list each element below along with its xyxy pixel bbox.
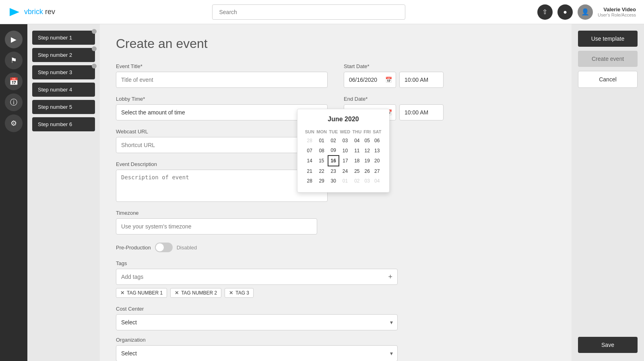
upload-button[interactable]: ⇧ — [537, 4, 553, 20]
avatar: 👤 — [578, 4, 593, 20]
cal-tue: TUE — [328, 128, 339, 136]
start-date-input[interactable] — [344, 72, 396, 88]
calendar-day[interactable]: 07 — [304, 145, 316, 156]
timezone-input[interactable] — [116, 218, 317, 234]
calendar-week-row: 14151617181920 — [304, 156, 382, 166]
cost-center-select-wrapper: Select — [116, 314, 398, 330]
step-6-button[interactable]: Step number 6 — [32, 117, 95, 131]
organization-select[interactable]: Select — [116, 345, 398, 361]
calendar-day[interactable]: 05 — [363, 136, 372, 145]
search-input[interactable] — [212, 4, 405, 20]
event-title-input[interactable] — [116, 72, 328, 88]
calendar-week-row: 07080910111213 — [304, 145, 382, 156]
calendar-day[interactable]: 12 — [363, 145, 372, 156]
step-2-dot — [92, 46, 97, 51]
user-details: Valerie Video User's Role/Access — [598, 6, 636, 17]
sidebar-item-bookmark[interactable]: ⚑ — [5, 52, 23, 69]
calendar-day[interactable]: 30 — [328, 176, 339, 186]
create-event-button[interactable]: Create event — [578, 51, 638, 67]
save-button[interactable]: Save — [578, 337, 638, 353]
tags-input-row: + — [116, 269, 398, 285]
calendar-day[interactable]: 18 — [351, 156, 363, 166]
cost-center-select[interactable]: Select — [116, 314, 398, 330]
organization-label: Organization — [116, 337, 398, 343]
start-time-input[interactable] — [399, 72, 444, 88]
calendar-day[interactable]: 19 — [363, 156, 372, 166]
calendar-day[interactable]: 14 — [304, 156, 316, 166]
sidebar-item-gear[interactable]: ⚙ — [5, 114, 23, 132]
event-desc-textarea[interactable] — [116, 170, 328, 202]
step-2-button[interactable]: Step number 2 — [32, 48, 95, 62]
user-name: Valerie Video — [598, 6, 636, 12]
search-container — [80, 4, 537, 20]
main-content: Create an event Event Title* Start Date*… — [100, 24, 572, 361]
cancel-button[interactable]: Cancel — [578, 71, 638, 88]
logo-text: vbrick rev — [24, 8, 55, 16]
calendar-day[interactable]: 04 — [351, 136, 363, 145]
lobby-time-group: Lobby Time* Select the amount of time — [116, 96, 328, 120]
calendar-day[interactable]: 16 — [328, 156, 339, 166]
tags-input[interactable] — [121, 274, 388, 280]
timezone-group: Timezone — [116, 210, 317, 234]
lobby-time-select[interactable]: Select the amount of time — [116, 104, 328, 120]
pre-production-label: Pre-Production — [116, 245, 151, 251]
cost-center-group: Cost Center Select — [116, 306, 398, 330]
calendar-day[interactable]: 28 — [304, 136, 316, 145]
calendar-day[interactable]: 21 — [304, 166, 316, 176]
sidebar-item-calendar[interactable]: 📅 — [5, 73, 23, 90]
tag-label: TAG NUMBER 1 — [127, 290, 163, 296]
calendar-day[interactable]: 01 — [339, 176, 351, 186]
calendar-day[interactable]: 28 — [304, 176, 316, 186]
calendar-day[interactable]: 04 — [372, 176, 382, 186]
step-2-label: Step number 2 — [38, 52, 72, 58]
sidebar-item-video[interactable]: ▶ — [5, 31, 23, 48]
calendar-day[interactable]: 29 — [316, 176, 328, 186]
sidebar-item-info[interactable]: ⓘ — [5, 93, 23, 111]
calendar-day[interactable]: 10 — [339, 145, 351, 156]
calendar-day[interactable]: 22 — [316, 166, 328, 176]
tags-add-button[interactable]: + — [388, 273, 392, 281]
step-1-button[interactable]: Step number 1 — [32, 31, 95, 45]
calendar-day[interactable]: 26 — [363, 166, 372, 176]
calendar-day[interactable]: 27 — [372, 166, 382, 176]
cal-sat: SAT — [372, 128, 382, 136]
layout: ▶ ⚑ 📅 ⓘ ⚙ Step number 1 Step number 2 St… — [0, 24, 644, 361]
calendar-day[interactable]: 02 — [328, 136, 339, 145]
step-3-button[interactable]: Step number 3 — [32, 65, 95, 79]
webcast-url-input[interactable] — [116, 137, 328, 153]
lobby-time-label: Lobby Time* — [116, 96, 328, 102]
calendar-day[interactable]: 23 — [328, 166, 339, 176]
calendar-day[interactable]: 01 — [316, 136, 328, 145]
calendar-day[interactable]: 02 — [351, 176, 363, 186]
calendar-day[interactable]: 08 — [316, 145, 328, 156]
calendar-day[interactable]: 11 — [351, 145, 363, 156]
topbar-right: ⇧ ● 👤 Valerie Video User's Role/Access — [537, 4, 636, 20]
page-title: Create an event — [116, 36, 555, 51]
pre-production-toggle[interactable] — [155, 243, 173, 252]
calendar-day[interactable]: 25 — [351, 166, 363, 176]
calendar-day[interactable]: 20 — [372, 156, 382, 166]
end-time-input[interactable] — [399, 104, 444, 120]
tag-remove-icon[interactable]: ✕ — [175, 290, 179, 296]
tag-remove-icon[interactable]: ✕ — [229, 290, 233, 296]
calendar-day[interactable]: 24 — [339, 166, 351, 176]
start-date-group: Start Date* 📅 — [344, 63, 555, 88]
calendar-day[interactable]: 09 — [328, 145, 339, 156]
calendar-title: June 2020 — [304, 116, 383, 123]
use-template-button[interactable]: Use template — [578, 31, 638, 47]
step-4-button[interactable]: Step number 4 — [32, 83, 95, 97]
calendar-day[interactable]: 03 — [339, 136, 351, 145]
tag-remove-icon[interactable]: ✕ — [120, 290, 124, 296]
notification-button[interactable]: ● — [557, 4, 573, 20]
pre-production-status: Disabled — [177, 245, 197, 251]
calendar-week-row: 28010203040506 — [304, 136, 382, 145]
start-date-input-wrap: 📅 — [344, 72, 396, 88]
calendar-body: 2801020304050607080910111213141516171819… — [304, 136, 382, 186]
calendar-day[interactable]: 13 — [372, 145, 382, 156]
step-5-button[interactable]: Step number 5 — [32, 100, 95, 114]
calendar-day[interactable]: 03 — [363, 176, 372, 186]
calendar-day[interactable]: 15 — [316, 156, 328, 166]
topbar: vbrick rev ⇧ ● 👤 Valerie Video User's Ro… — [0, 0, 644, 24]
calendar-day[interactable]: 06 — [372, 136, 382, 145]
calendar-day[interactable]: 17 — [339, 156, 351, 166]
